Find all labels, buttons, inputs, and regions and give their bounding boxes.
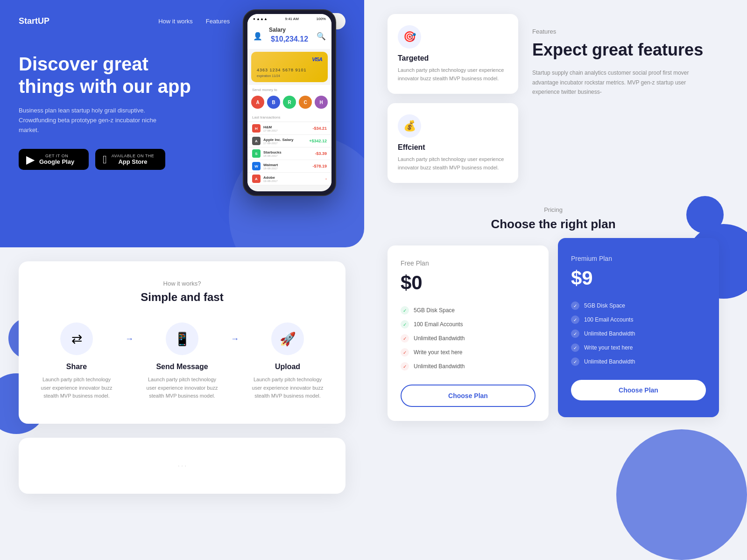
- app-store-text: Available on the App Store: [112, 154, 155, 165]
- feature-card-desc: Launch party pitch technology user exper…: [398, 155, 508, 172]
- plan-feature-text: 100 Email Accounts: [414, 321, 463, 328]
- check-icon: ✓: [571, 357, 579, 366]
- features-label: Features: [532, 28, 719, 35]
- avatar-4: C: [299, 96, 312, 109]
- hero-title: Discover great things with our app: [19, 53, 196, 98]
- check-icon: ✓: [571, 329, 579, 338]
- bottom-placeholder-text: · · ·: [178, 462, 186, 469]
- step-icon: 🚀: [271, 322, 304, 355]
- step-desc: Launch party pitch technology user exper…: [143, 376, 221, 400]
- pricing-cards: Free Plan $0 ✓ 5GB Disk Space ✓ 100 Emai…: [388, 245, 719, 425]
- how-it-works-section: How it works? Simple and fast ⇄ Share La…: [19, 261, 345, 424]
- feature-card-icon: 💰: [398, 114, 421, 138]
- step-desc: Launch party pitch technology user exper…: [248, 376, 327, 400]
- hero-section: StartUP How it works Features Pricing FA…: [0, 0, 364, 247]
- plan-feature-text: Write your text here: [584, 344, 633, 351]
- nav-logo: StartUP: [19, 16, 49, 26]
- plan-feature-text: Write your text here: [414, 349, 462, 356]
- check-icon: ✓: [401, 348, 409, 357]
- plan-feature: ✓ Unlimited Bandwidth: [571, 327, 706, 341]
- steps-row: ⇄ Share Launch party pitch technology us…: [37, 322, 327, 400]
- plan-feature-text: Unlimited Bandwidth: [584, 330, 635, 337]
- phone-profile-icon: 👤: [253, 32, 262, 41]
- phone-transaction-item: H H&M 17-08-2017 -$34.21: [247, 122, 331, 135]
- card-number: 4363 1234 5678 9101: [257, 68, 322, 72]
- google-play-button[interactable]: ▶ GET IT ON Google Play: [19, 149, 89, 170]
- phone-search-icon[interactable]: 🔍: [317, 32, 326, 41]
- page-wrapper: StartUP How it works Features Pricing FA…: [0, 0, 747, 560]
- check-icon: ✓: [401, 362, 409, 371]
- plan-price: $0: [401, 272, 536, 294]
- plan-feature: ✓ 5GB Disk Space: [571, 299, 706, 313]
- plan-feature-text: 5GB Disk Space: [584, 302, 625, 309]
- plan-name: Premium Plan: [571, 255, 706, 262]
- google-play-icon: ▶: [26, 154, 35, 165]
- step-arrow-icon: →: [231, 334, 239, 344]
- step-name: Share: [37, 363, 116, 371]
- feature-card-title: Targeted: [398, 54, 508, 63]
- how-it-works-title: Simple and fast: [37, 291, 327, 304]
- step-icon: 📱: [166, 322, 198, 355]
- step-desc: Launch party pitch technology user exper…: [37, 376, 116, 400]
- features-text: Features Expect great features Startup s…: [532, 14, 719, 183]
- left-panel: StartUP How it works Features Pricing FA…: [0, 0, 364, 560]
- phone-transaction-item: W Walmart 18-08-2017 -$78.19: [247, 160, 331, 173]
- nav-link-how-it-works[interactable]: How it works: [158, 18, 193, 25]
- features-title: Expect great features: [532, 40, 719, 60]
- google-play-text: GET IT ON Google Play: [39, 154, 74, 165]
- phone-card: VISA 4363 1234 5678 9101 expiration 11/2…: [251, 52, 328, 82]
- phone-avatars: A B R C H: [247, 94, 331, 112]
- avatar-1: A: [251, 96, 264, 109]
- phone-transaction-item: A Apple Inc. Salary 17-08-2017 +$342.12: [247, 135, 331, 147]
- plan-feature-text: Unlimited Bandwidth: [584, 358, 635, 365]
- feature-cards: 🎯 Targeted Launch party pitch technology…: [388, 14, 518, 183]
- nav-link-features[interactable]: Features: [206, 18, 230, 25]
- pricing-card-free: Free Plan $0 ✓ 5GB Disk Space ✓ 100 Emai…: [388, 245, 549, 421]
- phone-wifi: ● ▲▲▲: [253, 17, 268, 21]
- plan-features-list: ✓ 5GB Disk Space ✓ 100 Email Accounts ✓ …: [401, 303, 536, 373]
- feature-card-icon: 🎯: [398, 25, 421, 49]
- plan-feature: ✓ 5GB Disk Space: [401, 303, 536, 317]
- step-arrow-icon: →: [125, 334, 134, 344]
- step-upload: 🚀 Upload Launch party pitch technology u…: [248, 322, 327, 400]
- phone-transaction-item: A Adobe 19-08-2017 -: [247, 173, 331, 185]
- step-send-message: 📱 Send Message Launch party pitch techno…: [143, 322, 221, 400]
- phone-transaction-item: S Starbucks 18-08-2017 -$3.39: [247, 147, 331, 160]
- feature-card-effcient: 💰 Effcient Launch party pitch technology…: [388, 103, 518, 183]
- plan-feature: ✓ Unlimited Bandwidth: [401, 359, 536, 373]
- step-name: Send Message: [143, 363, 221, 371]
- plan-feature: ✓ Unlimited Bandwidth: [401, 331, 536, 345]
- check-icon: ✓: [401, 334, 409, 343]
- app-store-button[interactable]:  Available on the App Store: [95, 149, 165, 170]
- pricing-section: Pricing Choose the right plan Free Plan …: [388, 206, 719, 425]
- transactions-list: H H&M 17-08-2017 -$34.21 A Apple Inc. Sa…: [247, 122, 331, 185]
- pricing-title: Choose the right plan: [388, 217, 719, 231]
- plan-features-list: ✓ 5GB Disk Space ✓ 100 Email Accounts ✓ …: [571, 299, 706, 369]
- transactions-label: Last transactions: [247, 112, 331, 121]
- plan-name: Free Plan: [401, 259, 536, 267]
- phone-header: 👤 Salary $10,234.12 🔍: [247, 23, 331, 49]
- phone-title: Salary: [269, 27, 310, 33]
- phone-status-bar: ● ▲▲▲ 9:41 AM 100%: [247, 14, 331, 23]
- check-icon: ✓: [571, 315, 579, 324]
- plan-feature-text: 5GB Disk Space: [414, 307, 455, 314]
- choose-plan-button[interactable]: Choose Plan: [571, 380, 706, 400]
- phone-mockup: ● ▲▲▲ 9:41 AM 100% 👤 Salary $10,234.12 🔍: [243, 9, 336, 196]
- feature-card-title: Effcient: [398, 143, 508, 152]
- features-description: Startup supply chain analytics customer …: [532, 68, 710, 97]
- hero-description: Business plan lean startup holy grail di…: [19, 106, 177, 135]
- plan-feature-text: Unlimited Bandwidth: [414, 335, 465, 342]
- avatar-2: B: [267, 96, 280, 109]
- bottom-placeholder-card: · · ·: [19, 438, 345, 494]
- apple-icon: : [103, 154, 107, 165]
- choose-plan-button[interactable]: Choose Plan: [401, 385, 536, 407]
- plan-feature: ✓ 100 Email Accounts: [571, 313, 706, 327]
- phone-time: 9:41 AM: [285, 17, 298, 21]
- check-icon: ✓: [401, 306, 409, 315]
- plan-feature: ✓ Write your text here: [401, 345, 536, 359]
- check-icon: ✓: [571, 301, 579, 310]
- step-name: Upload: [248, 363, 327, 371]
- check-icon: ✓: [571, 343, 579, 352]
- right-panel: 🎯 Targeted Launch party pitch technology…: [364, 0, 747, 560]
- feature-card-desc: Launch party pitch technology user exper…: [398, 66, 508, 83]
